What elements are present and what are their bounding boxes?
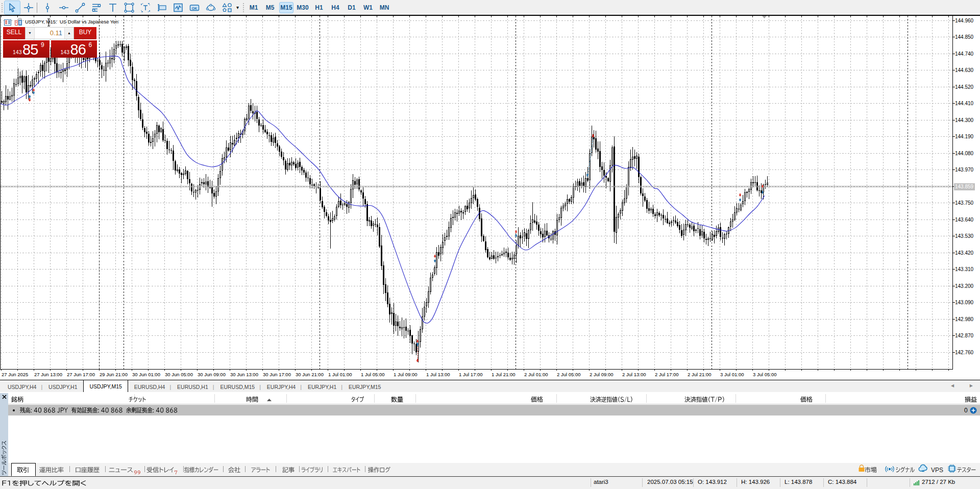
svg-text:142.760: 142.760 bbox=[955, 350, 974, 355]
svg-text:1 Jul 09:00: 1 Jul 09:00 bbox=[394, 372, 417, 377]
svg-text:144.630: 144.630 bbox=[955, 67, 974, 73]
svg-text:144.410: 144.410 bbox=[955, 101, 974, 106]
svg-text:3 Jul 01:00: 3 Jul 01:00 bbox=[720, 372, 744, 377]
svg-text:1 Jul 01:00: 1 Jul 01:00 bbox=[328, 372, 352, 377]
svg-text:144.740: 144.740 bbox=[955, 51, 974, 57]
svg-text:144.190: 144.190 bbox=[955, 134, 974, 139]
svg-text:27 Jun 13:00: 27 Jun 13:00 bbox=[34, 372, 62, 377]
svg-text:30 Jun 17:00: 30 Jun 17:00 bbox=[263, 372, 291, 377]
svg-text:30 Jun 05:00: 30 Jun 05:00 bbox=[165, 372, 193, 377]
svg-text:143.420: 143.420 bbox=[955, 250, 974, 256]
svg-text:2 Jul 17:00: 2 Jul 17:00 bbox=[655, 372, 678, 377]
svg-text:144.520: 144.520 bbox=[955, 84, 974, 90]
svg-text:2 Jul 13:00: 2 Jul 13:00 bbox=[622, 372, 646, 377]
svg-text:30 Jun 21:00: 30 Jun 21:00 bbox=[296, 372, 324, 377]
svg-text:143.970: 143.970 bbox=[955, 167, 974, 173]
svg-text:USDJPY, M15: US Dollar vs Jap: USDJPY, M15: US Dollar vs Japanese Yen bbox=[25, 19, 118, 25]
svg-text:1 Jul 21:00: 1 Jul 21:00 bbox=[492, 372, 515, 377]
svg-text:29 Jun 21:00: 29 Jun 21:00 bbox=[100, 372, 128, 377]
svg-text:27 Jun 2025: 27 Jun 2025 bbox=[2, 372, 28, 377]
svg-text:143.530: 143.530 bbox=[955, 233, 974, 239]
svg-text:30 Jun 13:00: 30 Jun 13:00 bbox=[230, 372, 258, 377]
svg-text:OK: OK bbox=[192, 6, 198, 10]
svg-text:143.640: 143.640 bbox=[955, 217, 974, 223]
svg-text:1 Jul 05:00: 1 Jul 05:00 bbox=[361, 372, 384, 377]
svg-text:2 Jul 09:00: 2 Jul 09:00 bbox=[590, 372, 613, 377]
svg-text:2 Jul 05:00: 2 Jul 05:00 bbox=[557, 372, 580, 377]
svg-text:144.850: 144.850 bbox=[955, 34, 974, 40]
svg-text:143.310: 143.310 bbox=[955, 266, 974, 272]
svg-text:2 Jul 21:00: 2 Jul 21:00 bbox=[688, 372, 711, 377]
svg-text:143.750: 143.750 bbox=[955, 200, 974, 206]
svg-text:142.980: 142.980 bbox=[955, 316, 974, 322]
svg-text:144.300: 144.300 bbox=[955, 117, 974, 123]
svg-text:143.200: 143.200 bbox=[955, 283, 974, 289]
svg-text:3 Jul 05:00: 3 Jul 05:00 bbox=[753, 372, 776, 377]
svg-text:1 Jul 17:00: 1 Jul 17:00 bbox=[459, 372, 482, 377]
svg-text:143.859: 143.859 bbox=[955, 184, 974, 189]
svg-text:144.080: 144.080 bbox=[955, 151, 974, 156]
svg-text:143.090: 143.090 bbox=[955, 300, 974, 305]
svg-text:30 Jun 01:00: 30 Jun 01:00 bbox=[132, 372, 160, 377]
svg-text:30 Jun 09:00: 30 Jun 09:00 bbox=[198, 372, 226, 377]
svg-text:1 Jul 13:00: 1 Jul 13:00 bbox=[426, 372, 450, 377]
svg-text:144.960: 144.960 bbox=[955, 18, 974, 23]
svg-text:27 Jun 17:00: 27 Jun 17:00 bbox=[67, 372, 95, 377]
svg-text:142.870: 142.870 bbox=[955, 333, 974, 338]
svg-text:2 Jul 01:00: 2 Jul 01:00 bbox=[524, 372, 548, 377]
